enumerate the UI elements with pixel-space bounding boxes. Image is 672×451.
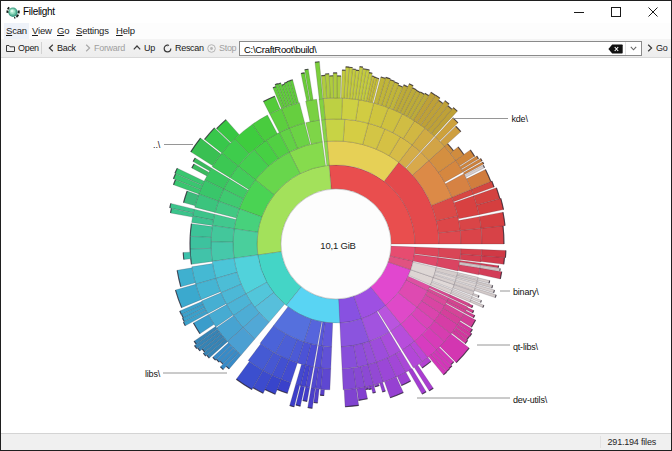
chart-segment[interactable] bbox=[344, 389, 359, 407]
chart-segment[interactable] bbox=[325, 119, 345, 141]
up-button[interactable]: Up bbox=[133, 39, 155, 57]
directory-label: dev-utils\ bbox=[513, 395, 548, 405]
maximize-icon bbox=[611, 7, 621, 17]
window-title: Filelight bbox=[23, 6, 55, 18]
segment-outer-rim bbox=[504, 258, 505, 265]
segment-outer-rim bbox=[373, 392, 376, 393]
segment-outer-rim bbox=[492, 285, 493, 288]
filelight-app-icon bbox=[6, 5, 20, 19]
close-icon bbox=[648, 7, 658, 17]
chart-segment[interactable] bbox=[323, 98, 342, 119]
chart-segment[interactable] bbox=[460, 228, 482, 244]
statusbar-separator bbox=[600, 436, 601, 448]
sunburst-chart[interactable]: 10,1 GiBkde\..\libs\binary\qt-libs\dev-u… bbox=[1, 58, 671, 433]
forward-button[interactable]: Forward bbox=[85, 39, 125, 57]
chart-segment[interactable] bbox=[190, 236, 211, 249]
toolbar-separator bbox=[41, 42, 42, 54]
location-dropdown[interactable] bbox=[625, 42, 640, 55]
dropdown-chevron-icon bbox=[630, 46, 637, 51]
chart-segment[interactable] bbox=[459, 217, 481, 231]
segment-outer-rim bbox=[489, 281, 490, 284]
open-label: Open bbox=[18, 43, 39, 53]
chart-segment[interactable] bbox=[438, 248, 461, 260]
chart-segment[interactable] bbox=[320, 389, 324, 395]
chart-segment[interactable] bbox=[233, 229, 258, 259]
chart-segment[interactable] bbox=[341, 98, 358, 120]
rescan-label: Rescan bbox=[175, 43, 204, 53]
chart-segment[interactable] bbox=[190, 224, 212, 238]
menu-help[interactable]: Help bbox=[114, 23, 137, 39]
location-text: C:\CraftRoot\build\ bbox=[244, 44, 316, 56]
maximize-button[interactable] bbox=[597, 1, 634, 23]
directory-label: ..\ bbox=[153, 140, 161, 150]
directory-label: qt-libs\ bbox=[513, 342, 539, 352]
segment-outer-rim bbox=[478, 295, 479, 297]
segment-outer-rim bbox=[374, 77, 376, 78]
rescan-button[interactable]: Rescan bbox=[163, 39, 204, 57]
menu-bar: ScanViewGoSettingsHelp bbox=[1, 23, 671, 39]
segment-outer-rim bbox=[305, 69, 309, 70]
stop-button[interactable]: Stop bbox=[207, 39, 236, 57]
open-button[interactable]: Open bbox=[6, 39, 39, 57]
menu-settings[interactable]: Settings bbox=[74, 23, 111, 39]
up-label: Up bbox=[144, 43, 155, 53]
segment-outer-rim bbox=[290, 80, 293, 81]
segment-outer-rim bbox=[372, 76, 374, 77]
forward-label: Forward bbox=[94, 43, 125, 53]
chart-segment[interactable] bbox=[211, 226, 234, 243]
back-button[interactable]: Back bbox=[48, 39, 76, 57]
chart-segment[interactable] bbox=[481, 226, 504, 244]
chart-segment[interactable] bbox=[337, 76, 341, 98]
segment-outer-rim bbox=[366, 389, 369, 390]
forward-icon bbox=[85, 44, 91, 52]
segment-outer-rim bbox=[308, 408, 313, 409]
chart-segment[interactable] bbox=[306, 99, 320, 121]
segment-outer-rim bbox=[377, 78, 379, 79]
back-label: Back bbox=[57, 43, 76, 53]
center-size-label: 10,1 GiB bbox=[320, 240, 355, 251]
toolbar: Open Back Forward Up Rescan Stop C:\Craf… bbox=[1, 39, 671, 58]
chart-segment[interactable] bbox=[190, 248, 212, 264]
stop-label: Stop bbox=[219, 43, 236, 53]
segment-outer-rim bbox=[183, 253, 184, 260]
directory-label: binary\ bbox=[513, 287, 539, 297]
segment-outer-rim bbox=[481, 300, 482, 302]
chart-segment[interactable] bbox=[183, 252, 191, 259]
go-button[interactable]: Go bbox=[647, 39, 667, 57]
segment-outer-rim bbox=[363, 69, 366, 70]
file-count: 291.194 files bbox=[608, 437, 656, 447]
segment-outer-rim bbox=[369, 73, 372, 74]
chart-segment[interactable] bbox=[380, 382, 386, 392]
chart-segment[interactable] bbox=[479, 212, 505, 228]
segment-outer-rim bbox=[314, 402, 318, 403]
chart-segment[interactable] bbox=[333, 73, 337, 98]
go-icon bbox=[647, 44, 653, 52]
directory-label: libs\ bbox=[145, 369, 161, 379]
go-label: Go bbox=[656, 43, 667, 53]
menu-view[interactable]: View bbox=[30, 23, 54, 39]
open-folder-icon bbox=[6, 44, 15, 52]
menu-go[interactable]: Go bbox=[55, 23, 71, 39]
close-button[interactable] bbox=[634, 1, 671, 23]
segment-outer-rim bbox=[366, 69, 369, 70]
location-bar[interactable]: C:\CraftRoot\build\ bbox=[239, 41, 642, 56]
radial-map-canvas: 10,1 GiBkde\..\libs\binary\qt-libs\dev-u… bbox=[1, 58, 671, 433]
segment-outer-rim bbox=[301, 73, 305, 74]
chart-segment[interactable] bbox=[211, 242, 234, 262]
up-icon bbox=[133, 44, 141, 52]
stop-icon bbox=[207, 44, 216, 53]
menu-scan[interactable]: Scan bbox=[4, 23, 29, 39]
title-bar: Filelight bbox=[1, 1, 671, 23]
minimize-button[interactable] bbox=[560, 1, 597, 23]
rescan-icon bbox=[163, 44, 172, 53]
clear-location-icon[interactable] bbox=[608, 44, 623, 54]
directory-label: kde\ bbox=[512, 114, 529, 124]
back-icon bbox=[48, 44, 54, 52]
minimize-icon bbox=[574, 7, 584, 17]
segment-outer-rim bbox=[369, 389, 372, 390]
filelight-window: Filelight ScanViewGoSettingsHelp Open Ba… bbox=[0, 0, 672, 451]
status-bar: 291.194 files bbox=[1, 433, 671, 450]
